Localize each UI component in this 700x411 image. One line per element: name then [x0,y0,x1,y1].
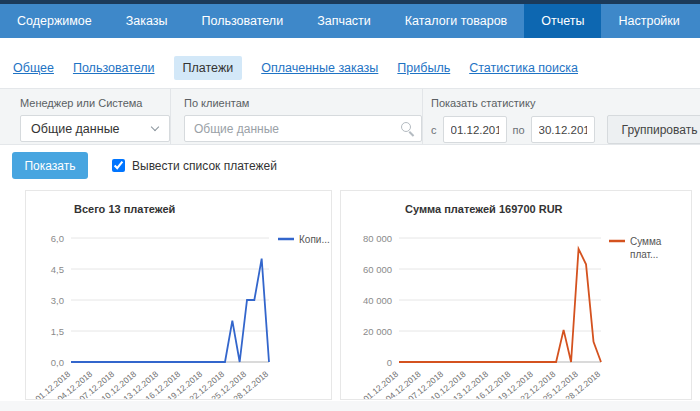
group-by-button[interactable]: Группировать по [607,115,700,144]
date-from-input[interactable] [443,116,507,143]
svg-text:Всего 13 платежей: Всего 13 платежей [74,203,175,215]
svg-text:Сумма платежей 169700 RUR: Сумма платежей 169700 RUR [405,203,563,215]
nav-item-settings[interactable]: Настройки [601,4,696,38]
svg-text:3,0: 3,0 [51,295,64,306]
period-filter-label: Показать статистику [431,97,700,109]
svg-text:80 000: 80 000 [363,233,392,244]
svg-text:1,5: 1,5 [51,326,64,337]
date-to-input[interactable] [531,116,595,143]
svg-text:0,0: 0,0 [51,357,64,368]
payments-count-chart-card: Всего 13 платежей0,01,53,04,56,001.12.20… [25,190,332,400]
nav-item-catalogs[interactable]: Каталоги товаров [388,4,524,38]
nav-item-users[interactable]: Пользователи [185,4,301,38]
date-to-prefix: по [513,124,525,136]
payments-sum-chart: Сумма платежей 169700 RUR020 00040 00060… [341,191,691,399]
manager-select[interactable]: Общие данные [20,115,170,142]
tab-users[interactable]: Пользователи [73,61,155,75]
main-navbar: Содержимое Заказы Пользователи Запчасти … [0,4,700,38]
svg-text:плат...: плат... [630,249,658,260]
action-row: Показать Вывести список платежей [12,152,277,179]
clients-search-input[interactable] [184,115,422,142]
svg-text:Копи...: Копи... [299,234,330,245]
manager-select-value: Общие данные [31,122,120,136]
tab-general[interactable]: Общее [13,61,54,75]
clients-filter-section: По клиентам [171,89,423,144]
report-tabs: Общее Пользователи Платежи Оплаченные за… [13,56,578,80]
chevron-down-icon [151,123,159,131]
payments-sum-chart-card: Сумма платежей 169700 RUR020 00040 00060… [340,190,692,400]
svg-text:20 000: 20 000 [363,326,392,337]
manager-select-label: Менеджер или Система [20,97,170,109]
tab-profit[interactable]: Прибыль [397,61,450,75]
nav-item-orders[interactable]: Заказы [109,4,185,38]
svg-text:4,5: 4,5 [51,264,64,275]
clients-filter-label: По клиентам [184,97,422,109]
svg-text:40 000: 40 000 [363,295,392,306]
payments-count-chart: Всего 13 платежей0,01,53,04,56,001.12.20… [26,191,331,399]
nav-item-parts[interactable]: Запчасти [300,4,388,38]
svg-text:60 000: 60 000 [363,264,392,275]
filter-bar: Менеджер или Система Общие данные По кли… [0,88,700,145]
date-from-prefix: с [431,124,437,136]
nav-item-content[interactable]: Содержимое [0,4,109,38]
manager-filter-section: Менеджер или Система Общие данные [0,89,171,144]
tab-paid-orders[interactable]: Оплаченные заказы [261,61,378,75]
nav-item-reports[interactable]: Отчеты [524,4,601,38]
list-payments-checkbox[interactable] [112,159,125,172]
page-bottom-strip [0,401,700,411]
svg-text:Сумма: Сумма [630,236,662,247]
list-payments-checkbox-label: Вывести список платежей [132,159,277,173]
tab-search-stats[interactable]: Статистика поиска [469,61,578,75]
tab-payments[interactable]: Платежи [174,56,243,80]
svg-text:0: 0 [387,357,392,368]
show-button[interactable]: Показать [12,152,88,179]
svg-text:6,0: 6,0 [51,233,64,244]
search-icon [401,122,411,132]
period-filter-section: Показать статистику с по Группировать по [423,89,700,144]
